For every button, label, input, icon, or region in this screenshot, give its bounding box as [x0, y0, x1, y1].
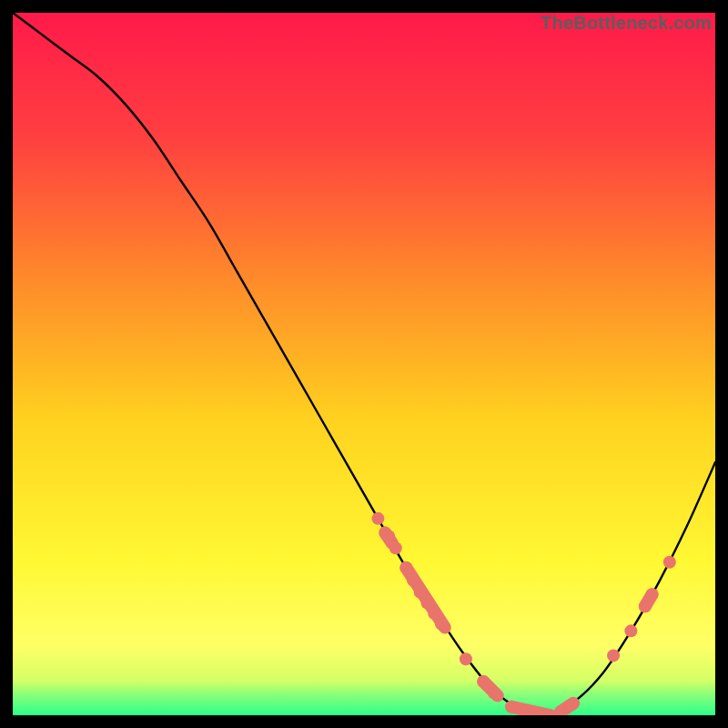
marker-dot	[371, 512, 384, 525]
marker-dot	[607, 649, 620, 662]
marker-dot	[420, 596, 433, 609]
chart-frame: TheBottleneck.com	[13, 13, 715, 715]
marker-dot	[389, 541, 402, 554]
marker-dot	[414, 586, 427, 599]
marker-dot	[646, 588, 659, 601]
marker-dot	[428, 607, 440, 620]
marker-dot	[460, 652, 472, 665]
bottleneck-chart	[13, 13, 715, 715]
marker-dot	[477, 675, 490, 688]
marker-dot	[639, 600, 652, 612]
gradient-background	[13, 13, 715, 715]
marker-dot	[399, 561, 412, 574]
marker-dot	[488, 686, 500, 699]
marker-dot	[407, 574, 420, 587]
marker-dot	[565, 698, 578, 711]
marker-dot	[624, 624, 637, 637]
marker-dot	[663, 556, 676, 569]
marker-dot	[382, 530, 395, 542]
watermark-text: TheBottleneck.com	[541, 13, 712, 34]
marker-dot	[505, 701, 518, 713]
marker-dot	[435, 618, 448, 631]
